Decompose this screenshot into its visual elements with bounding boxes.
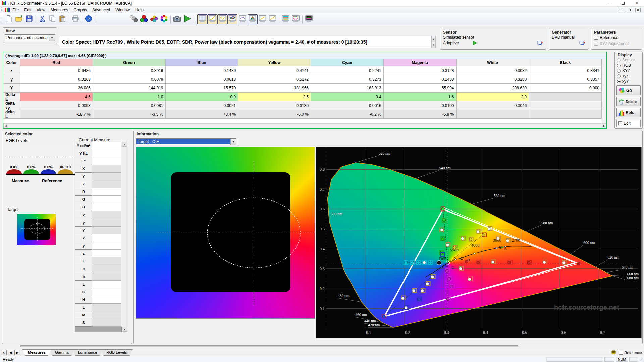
delete-button[interactable]: Delete xyxy=(616,97,641,106)
display-option-sensor[interactable]: Sensor xyxy=(615,57,642,63)
cell-red-y: 0.3263 xyxy=(20,75,93,84)
menu-graphs[interactable]: Graphs xyxy=(71,7,90,13)
cut-button[interactable] xyxy=(37,14,47,24)
view-mode-dropdown[interactable]: Primaries and secondaries ▼ xyxy=(5,34,55,41)
reference-checkbox[interactable]: Reference xyxy=(591,35,642,41)
open-file-button[interactable] xyxy=(14,14,24,24)
measure-row-label: b xyxy=(75,273,92,281)
checkbox-icon[interactable] xyxy=(618,121,622,125)
view-contrast-button[interactable] xyxy=(268,14,278,24)
mdi-minimize-button[interactable] xyxy=(618,8,623,12)
close-button[interactable]: ✕ xyxy=(630,0,644,6)
menu-window[interactable]: Window xyxy=(113,7,132,13)
chevron-down-icon[interactable]: ▼ xyxy=(49,35,55,41)
measure-primaries-button[interactable] xyxy=(139,14,149,24)
save-button[interactable] xyxy=(24,14,34,24)
view-splitter-slider[interactable] xyxy=(20,345,518,347)
tab-scroll-right-button[interactable]: ▶ xyxy=(14,350,20,355)
measures-vertical-scrollbar[interactable] xyxy=(602,59,606,123)
new-document-button[interactable] xyxy=(4,14,14,24)
svg-text:520 nm: 520 nm xyxy=(379,151,390,155)
view-color-temp-button[interactable] xyxy=(237,14,248,24)
sensor-config-icon[interactable] xyxy=(537,40,543,46)
run-measures-button[interactable] xyxy=(182,14,192,24)
cell-magenta-dE: 1.6 xyxy=(384,93,457,101)
menu-file[interactable]: File xyxy=(10,7,21,13)
view-rgb-histogram-button[interactable] xyxy=(281,14,291,24)
generator-config-icon[interactable] xyxy=(579,40,585,46)
reference-toggle[interactable]: Reference xyxy=(619,351,642,355)
measure-grayscale-icon xyxy=(129,14,138,24)
mdi-close-button[interactable]: ✕ xyxy=(635,8,641,12)
tab-gamma[interactable]: Gamma xyxy=(49,349,74,356)
checkbox-icon[interactable] xyxy=(594,42,598,46)
view-rgb-curves-button[interactable] xyxy=(227,14,237,24)
menu-measures[interactable]: Measures xyxy=(48,7,71,13)
tab-measures[interactable]: Measures xyxy=(22,349,51,356)
measures-horizontal-scrollbar[interactable]: ◀ ▶ xyxy=(3,123,606,128)
checkbox-icon[interactable] xyxy=(594,36,598,40)
measure-all-colors-button[interactable] xyxy=(159,14,169,24)
checkbox-icon[interactable] xyxy=(619,351,623,355)
radio-icon[interactable] xyxy=(617,64,621,67)
view-measures-grid-button[interactable] xyxy=(197,14,207,24)
radio-icon[interactable] xyxy=(617,69,621,73)
information-view-dropdown[interactable]: Target - CIE ▼ xyxy=(136,138,236,145)
print-button[interactable] xyxy=(70,14,80,24)
minimize-button[interactable] xyxy=(602,0,616,6)
sensor-run-icon[interactable] xyxy=(472,41,478,45)
view-measures-color-button[interactable] xyxy=(291,14,301,24)
display-option-xyz[interactable]: xyz xyxy=(615,73,642,79)
measure-secondaries-button[interactable] xyxy=(149,14,159,24)
tab-scroll-left-button[interactable]: ◀ xyxy=(8,350,13,355)
help-button[interactable]: ? xyxy=(84,14,94,24)
measure-grayscale-button[interactable] xyxy=(129,14,139,24)
close-tab-button[interactable]: ✕ xyxy=(1,350,7,355)
scroll-down-icon[interactable]: ▼ xyxy=(122,327,127,332)
radio-icon[interactable] xyxy=(617,80,621,83)
measure-row-value xyxy=(92,265,121,273)
scroll-left-icon[interactable]: ◀ xyxy=(3,124,8,128)
scroll-right-icon[interactable]: ▶ xyxy=(602,124,606,128)
display-option-xyy[interactable]: xyY xyxy=(615,79,642,84)
go-button[interactable]: Go xyxy=(616,85,641,95)
view-gamma2-button[interactable] xyxy=(258,14,268,24)
tab-luminance[interactable]: Luminance xyxy=(72,349,103,356)
menu-edit[interactable]: Edit xyxy=(21,7,34,13)
chevron-down-icon[interactable]: ▼ xyxy=(230,139,236,145)
view-cie-diagram-icon xyxy=(248,14,257,24)
cell-yellow-dxy: 0.0130 xyxy=(238,101,311,110)
spinner-down-icon[interactable]: ▼ xyxy=(431,42,436,48)
menu-view[interactable]: View xyxy=(34,7,48,13)
svg-text:440 nm: 440 nm xyxy=(364,319,376,323)
paste-button[interactable] xyxy=(57,14,67,24)
info-spinner[interactable]: ▲▼ xyxy=(431,36,436,48)
copy-icon xyxy=(48,15,56,24)
view-gamma-curve-button[interactable] xyxy=(207,14,217,24)
spinner-up-icon[interactable]: ▲ xyxy=(431,36,436,42)
svg-text:A: A xyxy=(504,246,507,251)
copy-button[interactable] xyxy=(47,14,57,24)
radio-icon[interactable] xyxy=(617,58,621,62)
current-measure-scrollbar[interactable]: ▲ ▼ xyxy=(122,142,127,332)
tab-rgb-levels[interactable]: RGB Levels xyxy=(101,349,132,356)
mdi-restore-button[interactable] xyxy=(627,8,632,12)
xyz-adjustment-checkbox[interactable]: XYZ Adjustment xyxy=(591,41,642,47)
refs-button[interactable]: Refs xyxy=(616,108,641,117)
selected-color-title: Selected color xyxy=(2,131,132,136)
sensor-panel: Sensor Simulated sensor Adaptive xyxy=(440,29,546,50)
capture-button[interactable] xyxy=(172,14,182,24)
scroll-up-icon[interactable]: ▲ xyxy=(122,142,127,147)
radio-icon[interactable] xyxy=(617,74,621,78)
view-luminance-curve-button[interactable] xyxy=(217,14,227,24)
display-option-rgb[interactable]: RGB xyxy=(615,63,642,68)
cell-cyan-dE: 0.4 xyxy=(311,93,384,101)
menu-advanced[interactable]: Advanced xyxy=(90,7,113,13)
maximize-button[interactable] xyxy=(616,0,630,6)
display-option-xyz[interactable]: XYZ xyxy=(615,68,642,73)
view-cie-diagram-button[interactable] xyxy=(248,14,258,24)
scrollbar-track[interactable] xyxy=(8,124,602,128)
edit-checkbox[interactable]: Edit xyxy=(616,120,641,127)
view-dark-cie-button[interactable] xyxy=(304,14,314,24)
menu-help[interactable]: Help xyxy=(132,7,146,13)
